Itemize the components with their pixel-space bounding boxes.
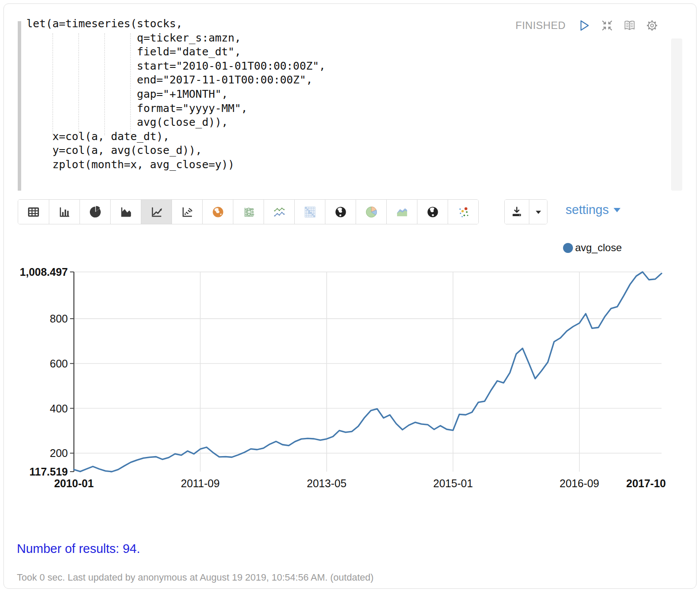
x-axis-label: 2013-05 [307,477,347,489]
line-chart: 1,008.497800600400200117.5192010-012011-… [4,258,697,509]
indent-guide [52,33,53,135]
viz-pie-chart-pastel-button[interactable] [356,200,386,224]
download-button-group [504,199,547,224]
x-axis-label: 2015-01 [433,477,473,489]
y-axis-label: 400 [50,402,68,415]
legend-item-avg-close[interactable]: avg_close [563,242,622,254]
editor-gutter [18,21,21,191]
indent-guide [78,33,79,135]
y-axis-label: 117.519 [29,466,68,478]
viz-table-button[interactable] [18,200,49,224]
viz-pie-chart-button[interactable] [80,200,110,224]
indent-guide [130,33,131,135]
paragraph-status-bar: FINISHED [515,19,659,32]
x-axis-label: 2017-10 [626,477,666,489]
results-count: Number of results: 94. [17,542,140,556]
y-axis-label: 1,008.497 [20,266,68,278]
viz-line-chart-button[interactable] [141,200,172,224]
caret-down-icon[interactable] [529,200,547,224]
book-icon[interactable] [623,19,636,32]
legend-label: avg_close [575,242,622,254]
settings-caret-icon [613,207,621,213]
series-line-avg-close [74,272,662,472]
viz-area-chart-button[interactable] [110,200,141,224]
viz-bar-chart-button[interactable] [49,200,80,224]
execution-meta: Took 0 sec. Last updated by anonymous at… [17,572,374,583]
viz-scatter-chart-button[interactable] [172,200,202,224]
x-axis-label: 2011-09 [181,477,220,489]
viz-stream-chart-button[interactable] [386,200,417,224]
chart-type-button-group [18,199,479,224]
shrink-icon[interactable] [600,19,614,32]
indent-guide [104,33,105,135]
viz-multi-line-chart-button[interactable] [264,200,294,224]
x-axis-label: 2010-01 [54,477,94,489]
x-axis-label: 2016-09 [560,477,599,489]
editor-scrollbar[interactable] [671,38,682,191]
gear-icon[interactable] [645,19,659,32]
viz-scatter-colored-button[interactable] [448,200,478,224]
play-icon[interactable] [578,19,592,32]
viz-globe-black-button[interactable] [325,200,356,224]
paragraph-status: FINISHED [515,19,566,32]
viz-world-map-orange-button[interactable] [202,200,233,224]
viz-bubble-chart-button[interactable] [233,200,264,224]
y-axis-label: 600 [50,358,68,370]
settings-label: settings [566,203,609,217]
y-axis-label: 200 [50,447,68,459]
code-content[interactable]: let(a=timeseries(stocks, q=ticker_s:amzn… [26,17,325,172]
viz-heatmap-button[interactable] [294,200,325,224]
paragraph-card: let(a=timeseries(stocks, q=ticker_s:amzn… [3,3,697,589]
y-axis-label: 800 [50,313,68,325]
viz-globe-black-2-button[interactable] [417,200,448,224]
settings-toggle[interactable]: settings [566,203,621,217]
legend-dot [563,243,573,253]
visualization-toolbar: settings [18,199,682,224]
download-icon[interactable] [505,200,529,224]
